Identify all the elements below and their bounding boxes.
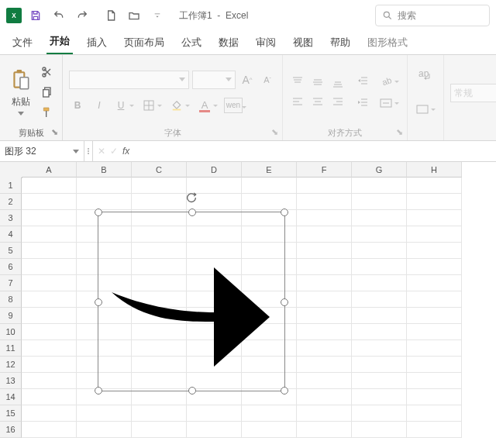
column-header[interactable]: F — [297, 162, 352, 177]
row-header[interactable]: 3 — [0, 210, 22, 226]
cell[interactable] — [242, 405, 297, 422]
font-dialog-launcher-icon[interactable]: ⬊ — [270, 127, 279, 136]
cell[interactable] — [297, 373, 352, 389]
cell[interactable] — [242, 422, 297, 438]
cell[interactable] — [22, 259, 77, 275]
select-all-corner[interactable] — [0, 162, 22, 178]
cell[interactable] — [407, 275, 462, 291]
namebox-resize-handle[interactable] — [84, 141, 93, 161]
cell[interactable] — [407, 259, 462, 275]
cell[interactable] — [77, 405, 132, 422]
row-header[interactable]: 2 — [0, 194, 22, 210]
row-header[interactable]: 9 — [0, 308, 22, 324]
resize-handle-w[interactable] — [95, 298, 102, 306]
cell[interactable] — [297, 389, 352, 405]
align-dialog-launcher-icon[interactable]: ⬊ — [394, 127, 404, 136]
cell[interactable] — [242, 194, 297, 210]
cell[interactable] — [407, 177, 462, 194]
align-middle-icon[interactable] — [309, 74, 326, 91]
cell[interactable] — [352, 259, 407, 275]
undo-icon[interactable] — [50, 5, 68, 26]
fx-icon[interactable]: fx — [122, 146, 129, 157]
cell[interactable] — [352, 324, 407, 340]
cell[interactable] — [297, 357, 352, 373]
formula-bar[interactable] — [134, 141, 496, 161]
border-button[interactable] — [140, 97, 157, 114]
column-header[interactable]: B — [77, 162, 132, 177]
cell[interactable] — [352, 357, 407, 373]
worksheet-grid[interactable]: ABCDEFGH 12345678910111213141516 — [0, 162, 496, 448]
copy-icon[interactable] — [39, 84, 56, 100]
cell[interactable] — [132, 194, 187, 210]
cell[interactable] — [407, 405, 462, 422]
decrease-font-icon[interactable]: Aˇ — [259, 71, 276, 88]
row-header[interactable]: 5 — [0, 243, 22, 259]
cell[interactable] — [297, 291, 352, 308]
cell[interactable] — [242, 389, 297, 405]
cut-icon[interactable] — [39, 64, 56, 80]
resize-handle-n[interactable] — [188, 208, 196, 216]
cell[interactable] — [22, 275, 77, 291]
cell[interactable] — [352, 177, 407, 194]
cell[interactable] — [297, 405, 352, 422]
row-header[interactable]: 15 — [0, 405, 22, 422]
cell[interactable] — [297, 243, 352, 259]
bold-button[interactable]: B — [69, 97, 86, 114]
cell[interactable] — [352, 405, 407, 422]
italic-button[interactable]: I — [91, 97, 108, 114]
cell[interactable] — [297, 275, 352, 291]
cell[interactable] — [297, 340, 352, 357]
underline-button[interactable]: U — [112, 97, 129, 114]
cell[interactable] — [407, 324, 462, 340]
cell[interactable] — [132, 177, 187, 194]
column-header[interactable]: E — [242, 162, 297, 177]
resize-handle-se[interactable] — [281, 387, 288, 395]
phonetic-button[interactable]: wen — [224, 98, 243, 113]
cell[interactable] — [407, 422, 462, 438]
cell[interactable] — [297, 226, 352, 243]
save-icon[interactable] — [26, 5, 45, 26]
cell[interactable] — [352, 389, 407, 405]
align-right-icon[interactable] — [329, 94, 346, 111]
cell[interactable] — [297, 422, 352, 438]
font-size-combo[interactable] — [192, 71, 236, 89]
cell[interactable] — [352, 275, 407, 291]
cell[interactable] — [22, 389, 77, 405]
right-arrow-shape[interactable] — [105, 255, 276, 379]
cell[interactable] — [242, 177, 297, 194]
row-header[interactable]: 16 — [0, 422, 22, 438]
cell[interactable] — [352, 373, 407, 389]
cell[interactable] — [407, 243, 462, 259]
cell[interactable] — [22, 422, 77, 438]
cell[interactable] — [352, 194, 407, 210]
cell[interactable] — [22, 291, 77, 308]
cell[interactable] — [407, 210, 462, 226]
cell[interactable] — [297, 194, 352, 210]
cell[interactable] — [352, 243, 407, 259]
cell[interactable] — [297, 259, 352, 275]
row-header[interactable]: 11 — [0, 340, 22, 357]
cell[interactable] — [22, 357, 77, 373]
cell[interactable] — [407, 389, 462, 405]
cell[interactable] — [77, 194, 132, 210]
cell[interactable] — [187, 405, 242, 422]
tab-review[interactable]: 审阅 — [253, 33, 279, 54]
column-header[interactable]: C — [132, 162, 187, 177]
cell[interactable] — [22, 210, 77, 226]
resize-handle-nw[interactable] — [95, 208, 102, 216]
cell[interactable] — [297, 324, 352, 340]
column-header[interactable]: A — [22, 162, 77, 177]
cell[interactable] — [352, 422, 407, 438]
row-header[interactable]: 4 — [0, 226, 22, 243]
cell[interactable] — [352, 226, 407, 243]
cell[interactable] — [22, 194, 77, 210]
cell[interactable] — [407, 340, 462, 357]
resize-handle-e[interactable] — [281, 298, 288, 306]
cell[interactable] — [22, 405, 77, 422]
cell[interactable] — [407, 357, 462, 373]
cell[interactable] — [22, 340, 77, 357]
row-header[interactable]: 8 — [0, 291, 22, 308]
redo-icon[interactable] — [73, 5, 91, 26]
cell[interactable] — [352, 340, 407, 357]
increase-font-icon[interactable]: A^ — [239, 71, 256, 88]
